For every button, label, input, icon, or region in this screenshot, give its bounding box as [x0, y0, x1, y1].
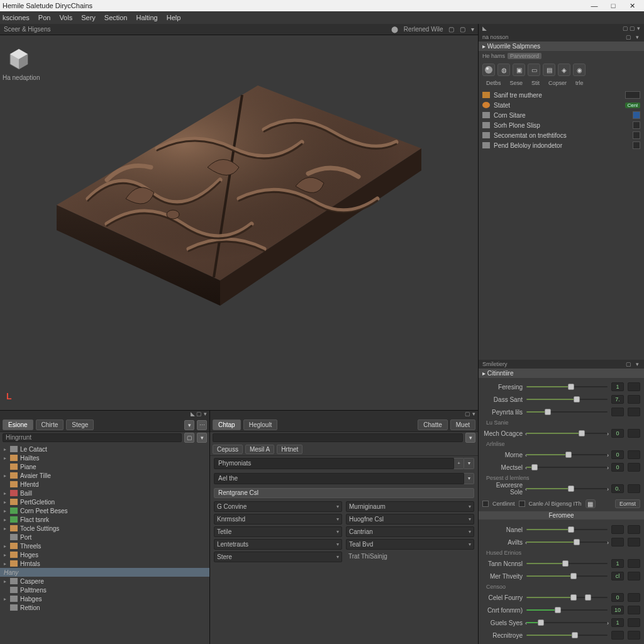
menu-item[interactable]: ksciones — [3, 14, 30, 21]
tree-item[interactable]: ▸Baill — [0, 489, 209, 497]
value-box[interactable] — [628, 395, 640, 404]
tree-item[interactable]: ▸Le Catact — [0, 445, 209, 453]
value-box[interactable] — [628, 408, 640, 416]
props-options[interactable]: ▾ — [465, 433, 475, 443]
slider[interactable]: ‹› — [526, 450, 608, 459]
slider[interactable] — [526, 593, 608, 602]
checkbox[interactable] — [519, 501, 525, 507]
slider[interactable] — [526, 382, 608, 391]
tree-item[interactable]: ▸Hoges — [0, 550, 209, 559]
value-box[interactable]: 1 — [611, 382, 624, 391]
menu-item[interactable]: Pon — [38, 14, 51, 21]
maximize-button[interactable]: □ — [604, 2, 623, 9]
user-icon[interactable]: ◉ — [573, 64, 586, 76]
swatch-icon[interactable]: ▦ — [586, 499, 596, 508]
tree-item[interactable]: ▸PertGcletion — [0, 497, 209, 506]
camera-icon[interactable]: ▣ — [513, 64, 525, 76]
tree-item[interactable]: ▸Caspere — [0, 577, 209, 586]
value-box[interactable] — [628, 484, 640, 493]
material-selector[interactable]: Phymoniats — [214, 458, 454, 469]
value-box[interactable] — [628, 572, 640, 580]
viewport-toggle[interactable]: ▾ — [471, 26, 474, 33]
list-item[interactable]: Seconemtat on tnethtifocs — [482, 130, 640, 140]
value-box[interactable] — [628, 450, 640, 459]
prop-dropdown[interactable]: Tetile — [214, 526, 342, 537]
tree-item[interactable]: ▸Threels — [0, 541, 209, 550]
slider[interactable] — [526, 395, 608, 404]
tree-item[interactable]: Hfentd — [0, 480, 209, 489]
value-box[interactable]: 0 — [611, 429, 624, 438]
slider[interactable] — [526, 525, 608, 534]
search-options[interactable]: ▢ — [184, 433, 194, 443]
panel-corner[interactable]: ◣ ▢ ▢ ▾ — [479, 24, 644, 33]
inspector-title[interactable]: ▸ Wuorrile Salpmnes — [479, 42, 644, 51]
prop-dropdown[interactable]: Stere — [214, 552, 342, 562]
section-title[interactable]: ▸ Citinntiire — [479, 369, 644, 378]
section-header[interactable]: Rentgrane Csl — [214, 488, 474, 498]
value-box[interactable]: 10 — [611, 606, 624, 614]
value-box[interactable]: 0 — [611, 450, 624, 459]
panel-controls[interactable]: ▢ ▢ ▾ — [623, 25, 640, 31]
save-icon[interactable]: ▤ — [543, 64, 555, 76]
value-box[interactable]: 0 — [611, 593, 624, 602]
value-box[interactable]: 1 — [611, 559, 624, 568]
value-box[interactable]: 7. — [611, 395, 624, 404]
slider[interactable]: ‹› — [526, 429, 608, 438]
slider[interactable]: ‹› — [526, 463, 608, 472]
apply-button[interactable]: Eornst — [615, 499, 640, 508]
prop-dropdown[interactable]: Lentetrauts — [214, 539, 342, 550]
prop-dropdown[interactable]: Cantrian — [346, 526, 474, 537]
value-box[interactable] — [628, 606, 640, 614]
search-clear[interactable]: ▾ — [197, 433, 207, 443]
menu-item[interactable]: Help — [167, 14, 181, 21]
tab-scene[interactable]: Esione — [3, 419, 33, 430]
menu-item[interactable]: Sery — [81, 14, 96, 21]
slider[interactable]: ‹› — [526, 538, 608, 547]
value-box[interactable]: cl — [611, 572, 624, 580]
value-box[interactable] — [628, 382, 640, 391]
prop-dropdown[interactable]: Teal Bvd — [346, 539, 474, 550]
material-menu[interactable]: ▾ — [464, 458, 474, 469]
value-box[interactable] — [628, 618, 640, 627]
tab-muet[interactable]: Muet — [450, 419, 475, 430]
material-add[interactable]: + — [454, 458, 464, 469]
value-box[interactable] — [628, 538, 640, 547]
tree-item[interactable]: Piane — [0, 462, 209, 471]
prop-dropdown[interactable]: Huogfne Csl — [346, 514, 474, 525]
props-search[interactable] — [213, 433, 463, 442]
tab-chtap[interactable]: Chtap — [213, 419, 241, 430]
slider[interactable] — [526, 572, 608, 580]
add-line-field[interactable]: Ael the — [214, 473, 464, 484]
slider[interactable] — [526, 559, 608, 568]
list-item[interactable]: Pend Beloloy indondetor — [482, 140, 640, 150]
menu-item[interactable]: Halting — [136, 14, 158, 21]
value-box[interactable] — [628, 525, 640, 534]
mesh-preview[interactable] — [31, 73, 434, 343]
subtab[interactable]: Mesil A — [245, 445, 274, 454]
panel-corner[interactable]: ▢ ▾ — [210, 411, 478, 418]
value-box[interactable] — [628, 463, 640, 472]
list-item[interactable]: StatetCenl — [482, 100, 640, 110]
viewport-toggle[interactable]: ▢ — [448, 26, 454, 33]
viewport-mode-label[interactable]: Sceer & Higsens — [4, 26, 50, 33]
value-box[interactable] — [611, 631, 624, 640]
close-button[interactable]: ✕ — [623, 2, 641, 10]
slider[interactable] — [526, 606, 608, 614]
tree-item[interactable]: ▸Habges — [0, 594, 209, 603]
tree-item[interactable]: ▸Hailtes — [0, 453, 209, 462]
tab-chirte[interactable]: Chirte — [36, 419, 64, 430]
prop-dropdown[interactable]: Murniginaum — [346, 501, 474, 512]
tree-item[interactable]: ▸Tocle Suttings — [0, 524, 209, 533]
outliner-search[interactable]: Hingrrunt — [3, 433, 182, 442]
menu-item[interactable]: Vols — [59, 14, 72, 21]
tab-hegloult[interactable]: Hegloult — [243, 419, 278, 430]
tree-item[interactable]: ▸Flact tsnrk — [0, 515, 209, 524]
tab-chatte[interactable]: Chatte — [418, 419, 447, 430]
tree-item[interactable]: Port — [0, 533, 209, 541]
minimize-button[interactable]: — — [585, 2, 604, 9]
filter-button[interactable]: ▾ — [184, 420, 194, 430]
checkbox[interactable] — [482, 501, 489, 507]
shading-preview-icon[interactable] — [6, 47, 31, 72]
shader-icon[interactable]: ◈ — [558, 64, 570, 76]
viewport-toggle[interactable]: ▢ — [460, 26, 465, 33]
